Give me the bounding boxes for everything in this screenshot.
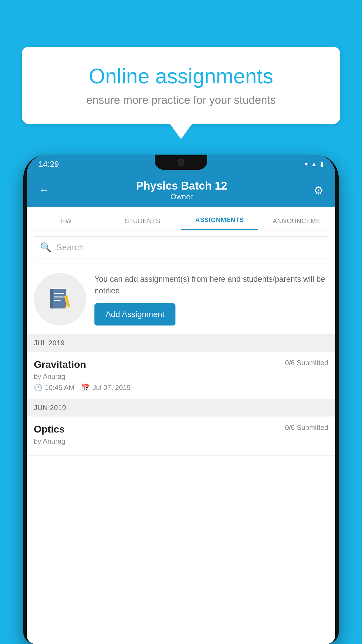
- header-center: Physics Batch 12 Owner: [136, 180, 227, 201]
- tab-announcements[interactable]: ANNOUNCEME: [258, 217, 335, 230]
- tab-assignments[interactable]: ASSIGNMENTS: [181, 216, 258, 230]
- empty-description: You can add assignment(s) from here and …: [94, 273, 328, 297]
- back-button[interactable]: ←: [38, 184, 50, 197]
- add-assignment-button[interactable]: Add Assignment: [94, 303, 175, 326]
- assignment-name: Gravitation: [34, 359, 86, 370]
- tabs-bar: IEW STUDENTS ASSIGNMENTS ANNOUNCEME: [27, 207, 335, 230]
- bubble-subtitle: ensure more practice for your students: [42, 94, 320, 106]
- assignment-submitted: 0/6 Submitted: [285, 359, 328, 367]
- wifi-icon: ▾: [305, 160, 308, 168]
- speech-bubble: Online assignments ensure more practice …: [22, 47, 340, 124]
- status-icons: ▾ ▲ ▮: [305, 160, 324, 168]
- signal-icon: ▲: [311, 160, 317, 168]
- tab-iew[interactable]: IEW: [27, 217, 104, 230]
- assignment-time: 🕐 10:45 AM: [34, 384, 74, 392]
- phone-frame: 14:29 ▾ ▲ ▮ ← Physics Batch 12 Owner ⚙ I…: [23, 155, 339, 644]
- assignment-author-optics: by Anurag: [34, 437, 328, 445]
- notch: [155, 155, 207, 170]
- camera: [178, 159, 184, 166]
- app-header: ← Physics Batch 12 Owner ⚙: [27, 174, 335, 207]
- settings-icon[interactable]: ⚙: [314, 184, 324, 197]
- tab-students[interactable]: STUDENTS: [104, 217, 181, 230]
- assignment-item-gravitation[interactable]: Gravitation 0/6 Submitted by Anurag 🕐 10…: [27, 352, 335, 399]
- empty-icon-circle: [34, 273, 86, 326]
- notebook-icon: [47, 286, 73, 312]
- assignment-top: Gravitation 0/6 Submitted: [34, 359, 328, 370]
- header-title: Physics Batch 12: [136, 180, 227, 192]
- assignment-item-optics[interactable]: Optics 0/6 Submitted by Anurag: [27, 416, 335, 456]
- assignment-submitted-optics: 0/6 Submitted: [285, 424, 328, 432]
- battery-icon: ▮: [320, 160, 324, 168]
- clock-icon: 🕐: [34, 384, 43, 392]
- content-area: 🔍 Search: [27, 230, 335, 644]
- date-value: Jul 07, 2019: [92, 384, 131, 392]
- section-header-jul: JUL 2019: [27, 334, 335, 352]
- empty-text-section: You can add assignment(s) from here and …: [94, 273, 328, 326]
- assignment-date: 📅 Jul 07, 2019: [81, 384, 131, 392]
- assignment-name-optics: Optics: [34, 424, 65, 435]
- assignment-meta: 🕐 10:45 AM 📅 Jul 07, 2019: [34, 384, 328, 392]
- svg-rect-1: [50, 289, 53, 309]
- header-subtitle: Owner: [136, 192, 227, 201]
- search-icon: 🔍: [40, 242, 52, 253]
- empty-state: You can add assignment(s) from here and …: [27, 264, 335, 334]
- assignment-author: by Anurag: [34, 372, 328, 381]
- status-time: 14:29: [38, 160, 59, 169]
- assignment-top-optics: Optics 0/6 Submitted: [34, 424, 328, 435]
- bubble-title: Online assignments: [42, 64, 320, 88]
- calendar-icon: 📅: [81, 384, 90, 392]
- search-bar[interactable]: 🔍 Search: [33, 236, 329, 258]
- time-value: 10:45 AM: [45, 384, 74, 392]
- phone-screen: 14:29 ▾ ▲ ▮ ← Physics Batch 12 Owner ⚙ I…: [27, 155, 335, 644]
- section-header-jun: JUN 2019: [27, 399, 335, 416]
- search-placeholder: Search: [56, 242, 84, 252]
